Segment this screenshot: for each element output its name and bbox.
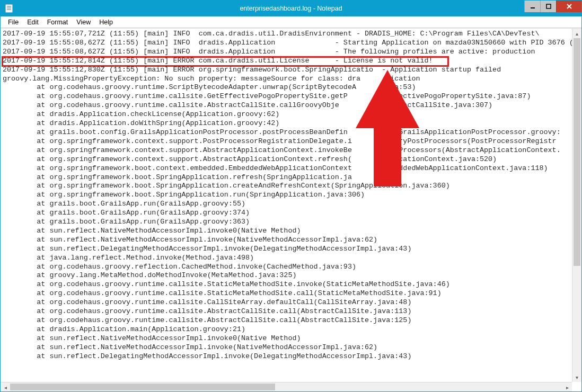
window-controls (524, 1, 581, 12)
log-line: at sun.reflect.DelegatingMethodAccessorI… (3, 352, 411, 360)
log-line: at org.codehaus.groovy.runtime.callsite.… (3, 92, 531, 100)
log-line: at org.codehaus.groovy.runtime.ScriptByt… (3, 83, 416, 91)
log-line: at grails.boot.GrailsApp.run(GrailsApp.g… (3, 218, 250, 226)
menu-file[interactable]: File (4, 17, 23, 27)
vertical-scroll-thumb[interactable] (574, 38, 580, 266)
log-line: at org.springframework.boot.SpringApplic… (3, 173, 352, 181)
log-line: at org.codehaus.groovy.runtime.callsite.… (3, 316, 411, 324)
maximize-button[interactable] (540, 1, 556, 12)
log-line: at org.codehaus.groovy.reflection.Cached… (3, 263, 356, 271)
log-line: at grails.boot.GrailsApp.run(GrailsApp.g… (3, 200, 245, 208)
log-line: at sun.reflect.NativeMethodAccessorImpl.… (3, 334, 301, 342)
log-line: groovy.lang.MissingPropertyException: No… (3, 75, 420, 83)
close-icon (566, 3, 572, 10)
svg-rect-5 (546, 4, 551, 8)
log-line: at org.codehaus.groovy.runtime.callsite.… (3, 307, 411, 315)
log-line: at org.springframework.boot.context.embe… (3, 164, 548, 172)
minimize-icon (530, 4, 535, 9)
log-line: 2017-09-19 15:55:08,627Z (11:55) [main] … (3, 48, 535, 56)
log-line: at sun.reflect.NativeMethodAccessorImpl.… (3, 343, 377, 351)
scroll-right-button[interactable]: ▸ (562, 382, 572, 391)
log-line: at groovy.lang.MetaMethod.doMethodInvoke… (3, 271, 296, 279)
log-line: at sun.reflect.DelegatingMethodAccessorI… (3, 245, 411, 253)
menu-help[interactable]: Help (95, 17, 117, 27)
text-content[interactable]: 2017-09-19 15:55:07,721Z (11:55) [main] … (1, 29, 572, 382)
horizontal-scrollbar[interactable]: ◂ ▸ (1, 382, 572, 391)
log-line: at java.lang.reflect.Method.invoke(Metho… (3, 254, 254, 262)
log-line: at dradis.Application.checkLicense(Appli… (3, 110, 279, 118)
maximize-icon (546, 4, 551, 9)
log-line: at org.springframework.context.support.A… (3, 155, 497, 163)
scroll-down-button[interactable]: ▾ (572, 372, 581, 382)
scroll-up-button[interactable]: ▴ (572, 29, 581, 38)
minimize-button[interactable] (524, 1, 540, 12)
notepad-window: enterprisedashboard.log - Notepad File E… (0, 0, 582, 392)
log-line: at grails.boot.GrailsApp.run(GrailsApp.g… (3, 209, 250, 217)
log-line: at org.springframework.context.support.A… (3, 146, 561, 154)
log-line: 2017-09-19 15:55:08,627Z (11:55) [main] … (3, 39, 572, 47)
log-line: at org.codehaus.groovy.runtime.callsite.… (3, 298, 411, 306)
vertical-scrollbar[interactable]: ▴ ▾ (572, 29, 581, 382)
log-line: at sun.reflect.NativeMethodAccessorImpl.… (3, 227, 301, 235)
window-title: enterprisedashboard.log - Notepad (240, 5, 342, 12)
log-line: at org.springframework.boot.SpringApplic… (3, 182, 450, 190)
editor-area: 2017-09-19 15:55:07,721Z (11:55) [main] … (1, 28, 581, 391)
horizontal-scroll-thumb[interactable] (10, 384, 275, 390)
close-button[interactable] (556, 1, 581, 12)
log-line: at org.springframework.boot.SpringApplic… (3, 191, 365, 199)
menubar: File Edit Format View Help (1, 16, 581, 28)
log-line: at dradis.Application.main(Application.g… (3, 325, 245, 333)
log-line: at grails.boot.config.GrailsApplicationP… (3, 128, 561, 136)
notepad-app-icon (4, 1, 14, 16)
log-line: at org.codehaus.groovy.runtime.callsite.… (3, 101, 492, 109)
menu-view[interactable]: View (72, 17, 95, 27)
titlebar[interactable]: enterprisedashboard.log - Notepad (1, 1, 581, 16)
log-line: at dradis.Application.doWithSpring(Appli… (3, 119, 279, 127)
svg-rect-0 (5, 4, 13, 13)
log-line: 2017-09-19 15:55:07,721Z (11:55) [main] … (3, 30, 540, 38)
log-line: at org.codehaus.groovy.runtime.callsite.… (3, 289, 442, 297)
log-line: 2017-09-19 15:55:12,814Z (11:55) [main] … (3, 57, 433, 65)
log-line: at org.codehaus.groovy.runtime.callsite.… (3, 280, 450, 288)
log-line: 2017-09-19 15:55:12,830Z (11:55) [main] … (3, 66, 501, 74)
log-text[interactable]: 2017-09-19 15:55:07,721Z (11:55) [main] … (3, 30, 570, 361)
scroll-left-button[interactable]: ◂ (1, 382, 10, 391)
log-line: at org.springframework.context.support.P… (3, 137, 557, 145)
menu-format[interactable]: Format (43, 17, 73, 27)
log-line: at sun.reflect.NativeMethodAccessorImpl.… (3, 236, 377, 244)
menu-edit[interactable]: Edit (23, 17, 43, 27)
